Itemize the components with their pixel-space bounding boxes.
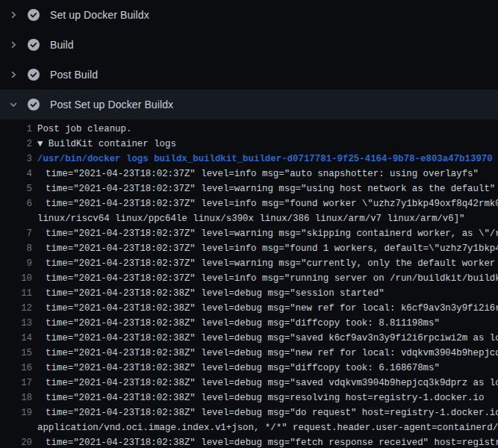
log-line: 6 time="2021-04-23T18:02:37Z" level=info…	[0, 196, 498, 226]
log-line-content: time="2021-04-23T18:02:37Z" level=info m…	[37, 167, 479, 181]
check-circle-icon	[28, 69, 40, 81]
check-circle-icon	[28, 9, 40, 21]
log-line-content: time="2021-04-23T18:02:38Z" level=debug …	[37, 346, 498, 361]
log-lines: 1 Post job cleanup. 2 ▼ BuildKit contain…	[0, 119, 498, 448]
log-line: 20 time="2021-04-23T18:02:38Z" level=deb…	[0, 435, 498, 448]
log-line-number[interactable]: 11	[0, 286, 32, 301]
log-line-number[interactable]: 20	[0, 435, 32, 448]
log-line-number[interactable]: 16	[0, 361, 32, 376]
log-line-number[interactable]: 15	[0, 346, 32, 361]
log-line: 5 time="2021-04-23T18:02:37Z" level=warn…	[0, 181, 498, 196]
log-line: 11 time="2021-04-23T18:02:38Z" level=deb…	[0, 286, 498, 301]
log-line: 10 time="2021-04-23T18:02:37Z" level=inf…	[0, 271, 498, 286]
log-line-content: time="2021-04-23T18:02:38Z" level=debug …	[37, 391, 484, 405]
check-circle-icon	[28, 39, 40, 51]
log-line-content: time="2021-04-23T18:02:38Z" level=debug …	[37, 286, 385, 301]
log-line-content: Post job cleanup.	[37, 122, 131, 137]
workflow-log-viewer: Set up Docker Buildx Build Post Buil	[0, 0, 498, 448]
log-line-content: time="2021-04-23T18:02:38Z" level=debug …	[37, 405, 498, 435]
log-line-number[interactable]: 19	[0, 405, 32, 420]
check-circle-icon	[28, 99, 40, 111]
step-sections: Set up Docker Buildx Build Post Buil	[0, 0, 498, 119]
log-line: 2 ▼ BuildKit container logs	[0, 137, 498, 152]
step-section-title: Post Set up Docker Buildx	[50, 99, 173, 111]
log-line-number[interactable]: 3	[0, 152, 32, 167]
log-line: 3 /usr/bin/docker logs buildx_buildkit_b…	[0, 152, 498, 167]
chevron-right-icon	[9, 10, 18, 19]
log-line-content: time="2021-04-23T18:02:38Z" level=debug …	[37, 376, 498, 391]
log-line: 16 time="2021-04-23T18:02:38Z" level=deb…	[0, 361, 498, 376]
log-group-toggle[interactable]: ▼ BuildKit container logs	[37, 137, 176, 152]
log-line-number[interactable]: 7	[0, 226, 32, 241]
log-line-number[interactable]: 12	[0, 301, 32, 316]
log-line: 9 time="2021-04-23T18:02:37Z" level=warn…	[0, 256, 498, 271]
log-line-content: time="2021-04-23T18:02:37Z" level=warnin…	[37, 256, 498, 271]
log-line-content: /usr/bin/docker logs buildx_buildkit_bui…	[37, 152, 493, 167]
log-line-number[interactable]: 8	[0, 241, 32, 256]
log-line-content: time="2021-04-23T18:02:38Z" level=debug …	[37, 435, 498, 448]
log-line-content: time="2021-04-23T18:02:37Z" level=warnin…	[37, 226, 498, 241]
step-section-header[interactable]: Post Build	[0, 60, 498, 90]
log-line-number[interactable]: 1	[0, 122, 32, 137]
log-line: 18 time="2021-04-23T18:02:38Z" level=deb…	[0, 391, 498, 405]
step-section-title: Post Build	[50, 69, 98, 81]
log-line-content: time="2021-04-23T18:02:38Z" level=debug …	[37, 301, 498, 316]
log-line-number[interactable]: 18	[0, 391, 32, 405]
chevron-right-icon	[9, 40, 18, 49]
log-line-number[interactable]: 17	[0, 376, 32, 391]
log-line: 19 time="2021-04-23T18:02:38Z" level=deb…	[0, 405, 498, 435]
log-line-content: time="2021-04-23T18:02:37Z" level=info m…	[37, 241, 498, 256]
log-line-number[interactable]: 13	[0, 316, 32, 331]
log-line: 8 time="2021-04-23T18:02:37Z" level=info…	[0, 241, 498, 256]
log-line-content: time="2021-04-23T18:02:38Z" level=debug …	[37, 316, 440, 331]
log-line: 17 time="2021-04-23T18:02:38Z" level=deb…	[0, 376, 498, 391]
log-line-number[interactable]: 2	[0, 137, 32, 152]
log-line-number[interactable]: 5	[0, 181, 32, 196]
log-line-number[interactable]: 6	[0, 196, 32, 211]
log-line-number[interactable]: 14	[0, 331, 32, 346]
log-line: 12 time="2021-04-23T18:02:38Z" level=deb…	[0, 301, 498, 316]
step-section-header[interactable]: Set up Docker Buildx	[0, 0, 498, 30]
step-section-header[interactable]: Build	[0, 30, 498, 60]
log-line: 15 time="2021-04-23T18:02:38Z" level=deb…	[0, 346, 498, 361]
chevron-right-icon	[9, 70, 18, 79]
step-section-title: Build	[50, 39, 74, 51]
log-line: 14 time="2021-04-23T18:02:38Z" level=deb…	[0, 331, 498, 346]
log-line-content: time="2021-04-23T18:02:37Z" level=info m…	[37, 196, 498, 226]
step-section-header[interactable]: Post Set up Docker Buildx	[0, 90, 498, 119]
chevron-down-icon	[9, 100, 18, 109]
log-line: 4 time="2021-04-23T18:02:37Z" level=info…	[0, 167, 498, 181]
log-line: 7 time="2021-04-23T18:02:37Z" level=warn…	[0, 226, 498, 241]
log-line-content: time="2021-04-23T18:02:38Z" level=debug …	[37, 331, 498, 346]
step-section-title: Set up Docker Buildx	[50, 9, 149, 21]
log-line-content: time="2021-04-23T18:02:38Z" level=debug …	[37, 361, 440, 376]
log-line-content: time="2021-04-23T18:02:37Z" level=warnin…	[37, 181, 495, 196]
log-line-content: time="2021-04-23T18:02:37Z" level=info m…	[37, 271, 498, 286]
log-line: 13 time="2021-04-23T18:02:38Z" level=deb…	[0, 316, 498, 331]
log-line-number[interactable]: 4	[0, 167, 32, 181]
log-line-number[interactable]: 10	[0, 271, 32, 286]
log-line: 1 Post job cleanup.	[0, 122, 498, 137]
log-line-number[interactable]: 9	[0, 256, 32, 271]
